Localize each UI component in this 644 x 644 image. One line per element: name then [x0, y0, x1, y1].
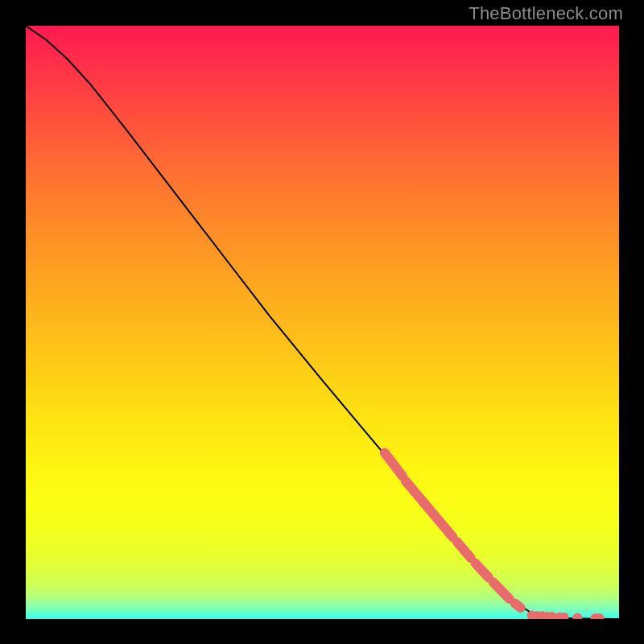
- chart-plot-area: [26, 26, 619, 619]
- scatter-segment: [515, 604, 521, 608]
- chart-svg: [26, 26, 619, 619]
- attribution-text: TheBottleneck.com: [469, 3, 623, 24]
